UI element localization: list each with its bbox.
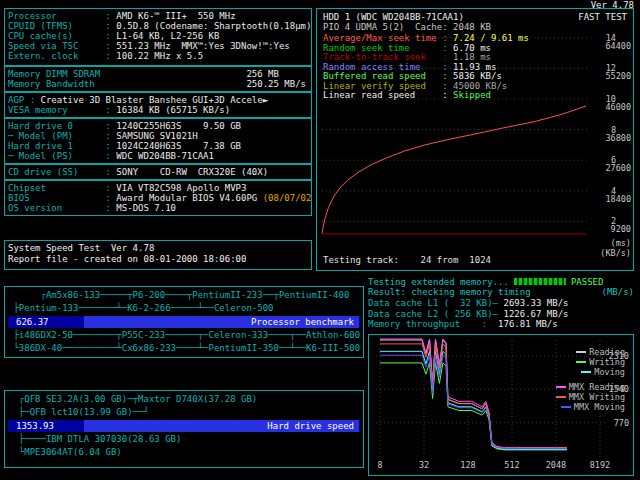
legend-entry: Writing <box>576 357 625 367</box>
info-label: OS version : <box>8 203 111 213</box>
info-value: Award Modular BIOS V4.60PG <box>111 193 263 203</box>
info-value: 0.5D.8 (Codename: Sharptooth(0.18μm)) <box>111 21 312 31</box>
info-row: BIOS : Award Modular BIOS V4.60PG (08/07… <box>8 193 308 203</box>
cpu-compare-row-2: ├Pentium-133───────┴─K6-2-266─────┴──Cel… <box>8 302 360 315</box>
memory-graph-legend: Reading Writing Moving MMX Reading MMX W… <box>556 347 625 412</box>
legend-label: Writing <box>589 357 625 367</box>
info-value: AMD K6-™ III+ 550 MHz <box>111 11 236 21</box>
legend-swatch <box>556 386 566 388</box>
memory-info-panel: Memory DIMM SDRAM 256 MB Memory Bandwidt… <box>4 66 312 92</box>
report-line: Report file - created on 08-01-2000 18:0… <box>8 254 308 265</box>
hdd-compare-row-3: ├────IBM DTLA 307030(28.63 GB) <box>8 433 360 446</box>
info-label: Hard drive 1 : <box>8 141 111 151</box>
info-label: Memory DIMM SDRAM <box>8 69 246 79</box>
info-value: 1024C240H63S 7.38 GB <box>111 141 241 151</box>
info-value: WDC WD204BB-71CAA1 <box>111 151 214 161</box>
system-info-panel: Processor : AMD K6-™ III+ 550 MHz CPUID … <box>4 8 312 66</box>
svg-text:9200: 9200 <box>611 224 631 234</box>
hdd-test-title: HDD 1 (WDC WD204BB-71CAA1) <box>323 12 464 22</box>
svg-text:2048: 2048 <box>546 460 566 470</box>
info-row: CPUID (TFMS) : 0.5D.8 (Codename: Sharpto… <box>8 21 308 31</box>
info-value: 1240C255H63S 9.50 GB <box>111 121 241 131</box>
hdd-compare-row-2: ├─QFB lct10(13.99 GB)──┘ <box>8 406 360 419</box>
cd-drive-info-panel: CD drive (SS) : SONY CD-RW CRX320E (40X) <box>4 164 312 180</box>
legend-label: Reading <box>589 347 625 357</box>
cpu-benchmark-bar-label: Processor benchmark <box>251 316 354 328</box>
legend-label: MMX Reading <box>569 382 625 392</box>
svg-text:64400: 64400 <box>605 41 631 51</box>
hdd-compare-row-1: ┌QFB SE3.2A(3.00 GB)─┬Maxtor D740X(37.28… <box>8 393 360 406</box>
hdd-progress-line: Testing track: 24 from 1024 <box>323 255 491 265</box>
hdd-benchmark-bar: 1353.93 Hard drive speed <box>8 420 360 432</box>
svg-text:18400: 18400 <box>605 194 631 204</box>
hdd-test-panel: 1464400125520010460008368006276004184002… <box>316 8 634 271</box>
legend-entry: Reading <box>576 347 625 357</box>
memtest-status-label: Testing extended memory... <box>368 277 509 287</box>
svg-text:8192: 8192 <box>590 460 610 470</box>
info-label: CD drive (SS) : <box>8 167 111 177</box>
agp-info-panel: AGP : Creative 3D Blaster Banshee GUI+3D… <box>4 92 312 118</box>
memtest-result-value: 2693.33 MB/s <box>498 298 568 309</box>
cpu-benchmark-score: 626.37 <box>8 317 49 327</box>
info-label: AGP : <box>8 95 35 105</box>
memtest-result-value: 176.81 MB/s <box>487 319 557 330</box>
cpu-benchmark-panel: ┌Am5x86-133─────┬P6-200────┬PentiumII-23… <box>4 286 364 358</box>
info-row: Processor : AMD K6-™ III+ 550 MHz <box>8 11 308 21</box>
memtest-results: Data cache L1 ( 32 KB)— 2693.33 MB/s Dat… <box>368 298 634 330</box>
legend-label: Moving <box>594 367 625 377</box>
info-row: CPU cache(s) : L1-64 KB, L2-256 KB <box>8 31 308 41</box>
info-value: SAMSUNG SV1021H <box>111 131 198 141</box>
info-label: Speed via TSC : <box>8 41 111 51</box>
hdd-compare-row-4: └MPE3064AT(6.04 GB) <box>8 446 360 459</box>
svg-text:(KB/s): (KB/s) <box>600 248 631 258</box>
memtest-result-label: Result: checking memory timing <box>368 287 531 298</box>
svg-text:128: 128 <box>460 460 475 470</box>
cpu-compare-row-4: └386DX-40──────────┴Cx6x86-233────┴─Pent… <box>8 342 360 355</box>
info-value: MS-DOS 7.10 <box>111 203 176 213</box>
memtest-result-line: Data cache L2 ( 256 KB)— 1226.67 MB/s <box>368 309 634 320</box>
info-value: 100.22 MHz x 5.5 <box>111 51 203 61</box>
info-value: 250.25 MB/s <box>246 79 306 89</box>
legend-swatch <box>581 371 591 373</box>
legend-entry: MMX Moving <box>561 402 625 412</box>
info-row: VESA memory : 16384 KB (65715 KB/s) <box>8 105 308 115</box>
info-row: Speed via TSC : 551.23 MHz MMX™:Yes 3DNo… <box>8 41 308 51</box>
info-label: Chipset : <box>8 183 111 193</box>
svg-text:770: 770 <box>614 418 629 428</box>
fast-test-badge: FAST TEST <box>578 12 627 22</box>
legend-swatch <box>576 361 586 363</box>
memtest-status-row: Testing extended memory... PASSED <box>368 276 634 287</box>
legend-entry: Moving <box>581 367 625 377</box>
info-value: 16384 KB (65715 KB/s) <box>111 105 230 115</box>
svg-text:8: 8 <box>377 460 382 470</box>
memory-graph-panel: 8321285122048819277015402310 Reading Wri… <box>368 334 634 476</box>
info-label: ─ Model (PM) : <box>8 131 111 141</box>
memtest-result-row: Result: checking memory timing (MB/s) <box>368 287 634 298</box>
svg-text:512: 512 <box>504 460 519 470</box>
hdd-benchmark-panel: ┌QFB SE3.2A(3.00 GB)─┬Maxtor D740X(37.28… <box>4 390 364 468</box>
hdd-mode-line: PIO 4 UDMA 5(2) Cache: 2048 KB <box>323 22 491 32</box>
info-row: Chipset : VIA VT82C598 Apollo MVP3 <box>8 183 308 193</box>
info-label: Extern. clock : <box>8 51 111 61</box>
info-value: SONY CD-RW CRX320E (40X) <box>111 167 268 177</box>
legend-label: MMX Moving <box>574 402 625 412</box>
info-row: ─ Model (PS) : WDC WD204BB-71CAA1 <box>8 151 308 161</box>
info-value-extra: (08/07/02) <box>263 193 312 203</box>
report-line: System Speed Test Ver 4.78 <box>8 243 308 254</box>
cpu-compare-row-3: ├i486DX2-50────────┬P55C-233──────┬─Cele… <box>8 329 360 342</box>
info-label: CPU cache(s) : <box>8 31 111 41</box>
svg-text:36800: 36800 <box>605 133 631 143</box>
memtest-progress-bar <box>514 278 566 285</box>
chipset-info-panel: Chipset : VIA VT82C598 Apollo MVP3 BIOS … <box>4 180 312 216</box>
memtest-result-value: 1226.67 MB/s <box>498 309 568 320</box>
hard-drive-info-panel: Hard drive 0 : 1240C255H63S 9.50 GB ─ Mo… <box>4 118 312 164</box>
hdd-stat-value: Skipped <box>448 91 491 101</box>
info-row: OS version : MS-DOS 7.10 <box>8 203 308 213</box>
svg-text:46000: 46000 <box>605 102 631 112</box>
info-value: Creative 3D Blaster Banshee GUI+3D Accel… <box>35 95 268 105</box>
info-value: L1-64 KB, L2-256 KB <box>111 31 219 41</box>
hdd-test-header: HDD 1 (WDC WD204BB-71CAA1) FAST TEST <box>323 12 627 22</box>
info-label: CPUID (TFMS) : <box>8 21 111 31</box>
memtest-result-name: Data cache L2 ( 256 KB)— <box>368 309 498 320</box>
info-value: 551.23 MHz MMX™:Yes 3DNow!™:Yes <box>111 41 290 51</box>
